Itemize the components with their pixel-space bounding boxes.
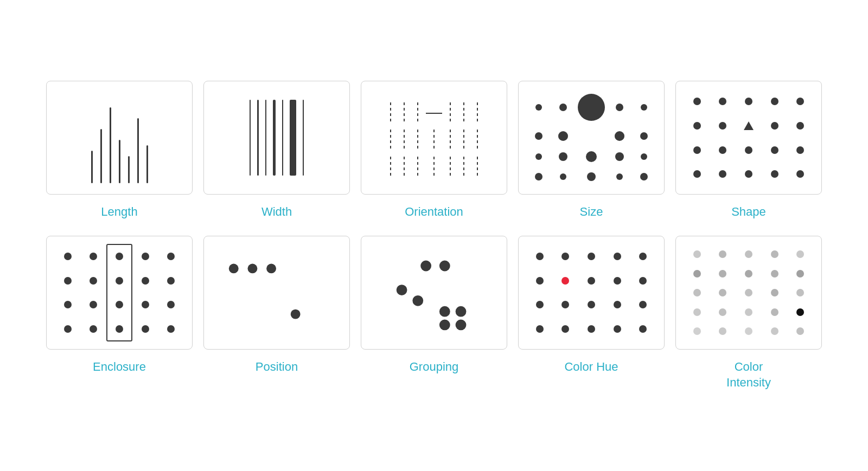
card-color-hue: Color Hue (518, 236, 665, 390)
label-orientation: Orientation (405, 204, 463, 220)
hue-dot-dark (536, 253, 544, 260)
size-dot (615, 131, 624, 141)
size-dot (641, 153, 647, 160)
wbar1 (250, 100, 251, 176)
hue-dot-dark (536, 325, 544, 333)
size-dot (559, 104, 567, 111)
enclosure-diagram (47, 236, 192, 349)
size-dot (558, 131, 568, 141)
enc-dot (142, 301, 149, 308)
position-svg (204, 236, 349, 349)
intensity-dot (719, 250, 726, 258)
size-dot (559, 152, 567, 161)
enc-dot (142, 325, 149, 333)
wbar4 (273, 100, 276, 176)
intensity-dot (719, 327, 726, 335)
svg-point-27 (397, 285, 407, 295)
label-length: Length (101, 204, 137, 220)
enc-dot (167, 301, 175, 308)
intensity-dot (719, 270, 726, 278)
visual-position (203, 236, 350, 350)
shape-triangle (744, 121, 754, 130)
shape-circle (719, 170, 726, 178)
bar4 (119, 140, 120, 183)
intensity-dot (719, 308, 726, 316)
shape-circle (693, 98, 701, 105)
shape-circle (796, 146, 804, 154)
shape-circle (771, 98, 778, 105)
intensity-dot (796, 289, 804, 296)
hue-dot-dark (588, 277, 595, 285)
intensity-dot (771, 327, 778, 335)
intensity-dot (693, 327, 701, 335)
label-size: Size (580, 204, 603, 220)
enc-dot (116, 301, 123, 308)
intensity-dot (745, 289, 752, 296)
card-enclosure: Enclosure (46, 236, 193, 390)
size-dot (560, 173, 566, 180)
grouping-diagram (361, 236, 507, 349)
wbar3 (265, 100, 266, 176)
size-dot (535, 153, 542, 160)
hue-dot-dark (536, 277, 544, 285)
width-diagram (239, 81, 315, 194)
label-grouping: Grouping (410, 359, 459, 375)
size-dot (535, 104, 542, 111)
size-dot (586, 151, 597, 162)
svg-point-25 (420, 261, 431, 272)
enc-dot (116, 277, 123, 285)
enc-dot (116, 253, 123, 260)
intensity-dot-black (796, 308, 804, 316)
visual-orientation (361, 81, 507, 195)
visual-shape (675, 81, 822, 195)
intensity-dot (745, 308, 752, 316)
shape-circle (719, 146, 726, 154)
enc-dot (90, 253, 97, 260)
label-width: Width (261, 204, 292, 220)
colorintensity-diagram (676, 236, 821, 349)
enc-dot (142, 253, 149, 260)
hue-dot-dark (536, 301, 544, 308)
enc-dot (167, 253, 175, 260)
size-dot (640, 132, 648, 140)
card-length: Length (46, 81, 193, 220)
intensity-dot (745, 250, 752, 258)
size-dot (535, 173, 542, 180)
visual-length (46, 81, 193, 195)
size-dot-large (578, 94, 605, 121)
intensity-dot (796, 270, 804, 278)
wbar5 (282, 100, 283, 176)
bar3 (110, 107, 111, 183)
enc-dot (90, 301, 97, 308)
size-dot (641, 104, 647, 111)
shape-circle (771, 170, 778, 178)
bar1 (91, 151, 93, 183)
bar6 (137, 118, 139, 183)
shape-circle (745, 170, 752, 178)
visual-grouping (361, 236, 507, 350)
card-orientation: Orientation (361, 81, 507, 220)
svg-point-31 (439, 320, 450, 331)
intensity-dot (693, 270, 701, 278)
visual-size (518, 81, 665, 195)
shape-diagram (676, 81, 821, 194)
card-color-intensity: Color Intensity (675, 236, 822, 390)
size-dot (640, 173, 648, 180)
position-diagram (204, 236, 349, 349)
wbar7 (303, 100, 304, 176)
wbar6 (290, 100, 296, 176)
hue-dot-dark (561, 325, 569, 333)
label-position: Position (256, 359, 298, 375)
shape-circle (771, 122, 778, 130)
hue-dot-dark (614, 301, 621, 308)
intensity-dot (693, 289, 701, 296)
visual-width (203, 81, 350, 195)
card-shape: Shape (675, 81, 822, 220)
svg-point-21 (229, 264, 239, 274)
hue-dot-dark (639, 301, 647, 308)
svg-point-26 (439, 261, 450, 272)
enc-dot (167, 277, 175, 285)
enc-dot (64, 253, 72, 260)
svg-point-30 (456, 306, 467, 317)
enc-dot (90, 325, 97, 333)
